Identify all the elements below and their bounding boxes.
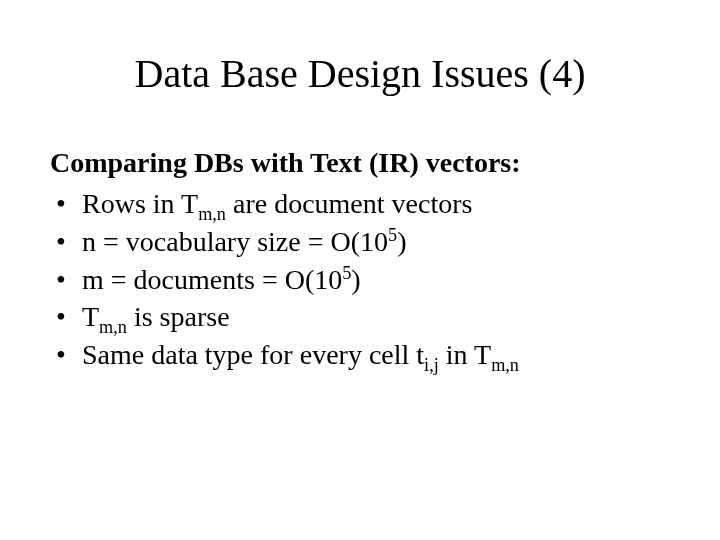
list-item: Tm,n is sparse	[50, 298, 670, 336]
text: )	[351, 264, 360, 295]
list-item: n = vocabulary size = O(105)	[50, 223, 670, 261]
text: T	[82, 301, 99, 332]
text: Same data type for every cell t	[82, 339, 424, 370]
text: in T	[439, 339, 491, 370]
list-item: Rows in Tm,n are document vectors	[50, 185, 670, 223]
text: are document vectors	[226, 188, 472, 219]
text: n = vocabulary size = O(10	[82, 226, 388, 257]
bullet-list: Rows in Tm,n are document vectors n = vo…	[50, 185, 670, 374]
subscript: m,n	[198, 204, 226, 224]
slide-title: Data Base Design Issues (4)	[50, 50, 670, 97]
subscript: m,n	[99, 317, 127, 337]
text: m = documents = O(10	[82, 264, 342, 295]
superscript: 5	[342, 262, 351, 282]
text: Rows in T	[82, 188, 198, 219]
list-item: m = documents = O(105)	[50, 261, 670, 299]
text: is sparse	[127, 301, 230, 332]
slide: Data Base Design Issues (4) Comparing DB…	[0, 0, 720, 540]
text: )	[397, 226, 406, 257]
section-heading: Comparing DBs with Text (IR) vectors:	[50, 147, 670, 179]
subscript: m,n	[491, 355, 519, 375]
list-item: Same data type for every cell ti,j in Tm…	[50, 336, 670, 374]
superscript: 5	[388, 224, 397, 244]
subscript: i,j	[424, 355, 439, 375]
